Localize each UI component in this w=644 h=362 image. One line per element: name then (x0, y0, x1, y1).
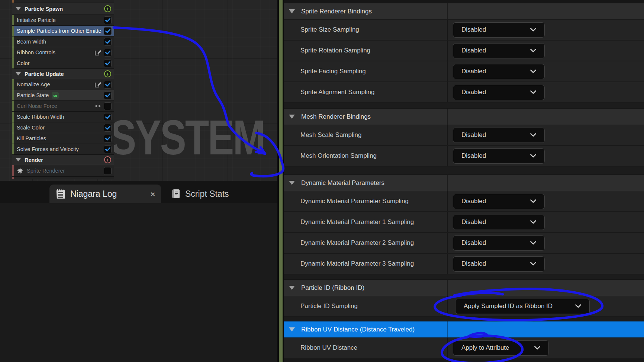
module-row-particle-state[interactable]: Particle State ∞ (12, 90, 114, 101)
collapse-triangle-icon (289, 115, 295, 119)
chevron-down-icon (575, 304, 581, 308)
module-checkbox[interactable] (104, 92, 112, 99)
system-graph-canvas[interactable]: SYSTEM Spawn Particles from Other Emitte… (0, 0, 277, 181)
module-row-spawn-particles[interactable]: Spawn Particles from Other Emitter (12, 0, 114, 3)
module-checkbox[interactable] (104, 81, 112, 89)
tab-label: Niagara Log (70, 189, 146, 199)
stack-header-particle-spawn[interactable]: Particle Spawn + (12, 3, 114, 15)
section-header-ribbon-uv-distance[interactable]: Ribbon UV Distance (Distance Traveled) (284, 321, 644, 338)
renderer-bindings-details-panel: Sprite Renderer Bindings Sprite Size Sam… (284, 0, 644, 362)
property-row-dmp1-sampling: Dynamic Material Parameter 1 Sampling Di… (284, 212, 644, 233)
dmp2-sampling-dropdown[interactable]: Disabled (453, 236, 545, 251)
left-column: SYSTEM Spawn Particles from Other Emitte… (0, 0, 277, 362)
log-panel-body (0, 203, 277, 362)
mesh-scale-sampling-dropdown[interactable]: Disabled (453, 128, 545, 143)
sprite-rotation-sampling-dropdown[interactable]: Disabled (453, 43, 545, 58)
module-row-scale-color[interactable]: Scale Color (12, 122, 114, 133)
module-row-scale-ribbon-width[interactable]: Scale Ribbon Width (12, 112, 114, 122)
dmp3-sampling-dropdown[interactable]: Disabled (453, 256, 545, 272)
sprite-alignment-sampling-dropdown[interactable]: Disabled (453, 85, 545, 100)
tab-niagara-log[interactable]: Niagara Log × (49, 185, 161, 203)
chevron-down-icon (530, 154, 536, 158)
section-header-mesh-renderer-bindings[interactable]: Mesh Renderer Bindings (284, 109, 644, 125)
module-checkbox[interactable] (104, 124, 112, 132)
module-row-curl-noise-force[interactable]: Curl Noise Force (12, 101, 114, 112)
stack-header-label: Particle Spawn (25, 6, 63, 12)
module-label: Initialize Particle (17, 17, 102, 23)
module-row-beam-width[interactable]: Beam Width (12, 36, 114, 47)
property-row-sprite-facing-sampling: Sprite Facing Sampling Disabled (284, 61, 644, 82)
ribbon-uv-distance-dropdown[interactable]: Apply to Attribute (453, 340, 549, 356)
section-title: Ribbon UV Distance (Distance Traveled) (301, 326, 415, 333)
module-row-partial (12, 177, 114, 179)
section-header-particle-id[interactable]: Particle ID (Ribbon ID) (284, 280, 644, 296)
module-row-kill-particles[interactable]: Kill Particles (12, 133, 114, 144)
module-checkbox[interactable] (104, 145, 112, 153)
property-row-mesh-orientation-sampling: Mesh Orientation Sampling Disabled (284, 146, 644, 167)
property-label: Particle ID Sampling (284, 296, 448, 316)
chevron-down-icon (534, 346, 540, 350)
module-checkbox[interactable] (104, 27, 112, 35)
module-checkbox[interactable] (104, 38, 112, 46)
log-tab-bar: Niagara Log × Script Stats (0, 181, 277, 203)
property-row-mesh-scale-sampling: Mesh Scale Sampling Disabled (284, 125, 644, 146)
stack-header-label: Particle Update (25, 71, 64, 77)
property-label: Sprite Alignment Sampling (284, 82, 448, 102)
module-row-color[interactable]: Color (12, 58, 114, 69)
stack-header-render[interactable]: Render + (12, 155, 114, 165)
property-row-dmp3-sampling: Dynamic Material Parameter 3 Sampling Di… (284, 254, 644, 275)
module-checkbox[interactable] (104, 102, 112, 110)
module-row-solve-forces[interactable]: Solve Forces and Velocity (12, 144, 114, 155)
module-label: Curl Noise Force (17, 103, 94, 109)
module-row-nomalize-age[interactable]: Nomalize Age (12, 79, 114, 90)
stack-header-label: Render (25, 157, 43, 163)
add-module-icon[interactable]: + (104, 70, 111, 77)
stack-header-particle-update[interactable]: Particle Update + (12, 69, 114, 79)
section-title: Sprite Renderer Bindings (301, 8, 372, 15)
sprite-facing-sampling-dropdown[interactable]: Disabled (453, 64, 545, 79)
emitter-track-highlight-strip[interactable] (279, 0, 283, 362)
chevron-down-icon (530, 90, 536, 94)
script-scroll-icon (171, 189, 180, 199)
add-renderer-icon[interactable]: + (104, 156, 111, 163)
module-checkbox[interactable] (104, 167, 112, 175)
module-label: Solve Forces and Velocity (17, 146, 102, 152)
mesh-orientation-sampling-dropdown[interactable]: Disabled (453, 148, 545, 164)
infinity-loop-icon: ∞ (52, 92, 59, 99)
close-tab-icon[interactable]: × (151, 190, 155, 198)
property-row-sprite-alignment-sampling: Sprite Alignment Sampling Disabled (284, 82, 644, 103)
section-title: Particle ID (Ribbon ID) (301, 284, 364, 292)
module-checkbox[interactable] (104, 113, 112, 121)
section-title: Dynamic Material Parameters (301, 179, 384, 187)
chevron-down-icon (530, 262, 536, 266)
add-module-icon[interactable]: + (104, 5, 111, 12)
module-label: Beam Width (17, 39, 102, 45)
section-header-dynamic-material-parameters[interactable]: Dynamic Material Parameters (284, 175, 644, 191)
chevron-down-icon (530, 49, 536, 52)
section-title: Mesh Renderer Bindings (301, 113, 371, 121)
niagara-editor-window: SYSTEM Spawn Particles from Other Emitte… (0, 0, 644, 362)
module-label: Color (17, 60, 102, 66)
module-checkbox[interactable] (104, 60, 112, 67)
scratch-pad-write-icon (94, 81, 102, 88)
module-row-sprite-renderer[interactable]: Sprite Renderer (12, 165, 114, 177)
module-label: Nomalize Age (17, 81, 94, 87)
sprite-size-sampling-dropdown[interactable]: Disabled (453, 22, 545, 38)
particle-id-sampling-dropdown[interactable]: Apply Sampled ID as Ribbon ID (455, 299, 590, 314)
property-label: Mesh Orientation Sampling (284, 146, 448, 166)
starburst-icon (17, 167, 23, 174)
dmp-sampling-dropdown[interactable]: Disabled (453, 194, 545, 209)
module-checkbox[interactable] (104, 16, 112, 24)
chevron-down-icon (530, 133, 536, 137)
emitter-module-stack: Spawn Particles from Other Emitter Parti… (12, 0, 114, 179)
section-header-sprite-renderer-bindings[interactable]: Sprite Renderer Bindings (284, 3, 644, 20)
module-checkbox[interactable] (104, 49, 112, 57)
tab-script-stats[interactable]: Script Stats (165, 185, 234, 203)
module-row-ribbon-controls[interactable]: Ribbon Controls (12, 47, 114, 58)
module-row-sample-particles[interactable]: Sample Particles from Other Emitter (12, 26, 114, 36)
scratch-pad-write-icon (94, 49, 102, 56)
dmp1-sampling-dropdown[interactable]: Disabled (453, 215, 545, 230)
module-checkbox[interactable] (104, 135, 112, 142)
module-row-initialize-particle[interactable]: Initialize Particle (12, 15, 114, 26)
property-row-dmp-sampling: Dynamic Material Parameter Sampling Disa… (284, 191, 644, 212)
